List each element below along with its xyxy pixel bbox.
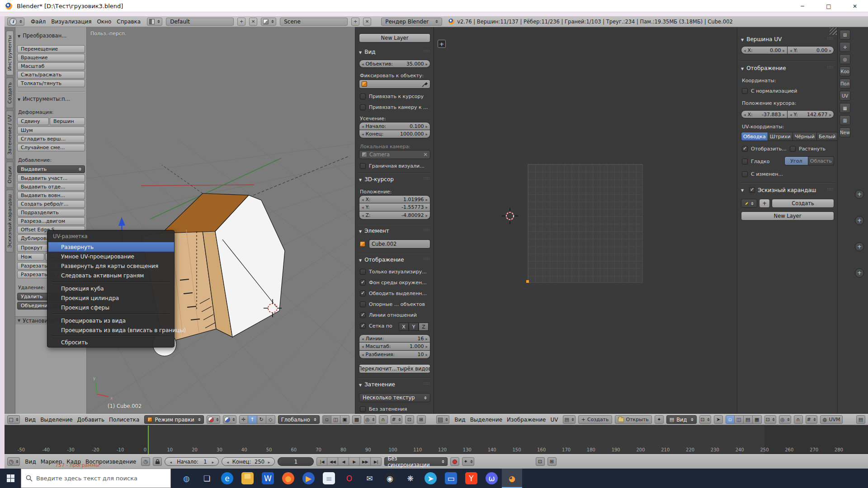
uv-mode-outline-button[interactable]: Обводка bbox=[741, 132, 768, 141]
menu-item-cylinder-projection[interactable]: Проекция цилиндра bbox=[48, 293, 174, 303]
item-name-field[interactable]: Cube.002 bbox=[369, 239, 430, 249]
slider-arrow-right-icon[interactable] bbox=[425, 61, 428, 67]
occlude-geometry-icon[interactable]: ▩ bbox=[352, 415, 361, 424]
toggle-quad-view-button[interactable]: Переключит...тырёх видов bbox=[359, 364, 430, 373]
panel-drag-dots[interactable] bbox=[828, 36, 834, 41]
scale-button[interactable]: Масштаб bbox=[17, 62, 85, 70]
tool-shelf-tab[interactable]: Эскизный карандаш bbox=[6, 190, 14, 253]
snap-magnet-icon[interactable]: ∩ bbox=[379, 415, 388, 424]
grease-pencil-checkbox[interactable] bbox=[749, 187, 755, 193]
extrude-individual-button[interactable]: Выдавить отде... bbox=[17, 183, 85, 191]
uv-cursor-x-slider[interactable]: X:-37.883 bbox=[741, 110, 788, 118]
delete-layout-button[interactable]: ✕ bbox=[249, 18, 257, 26]
add-brush-button[interactable]: + bbox=[759, 199, 770, 208]
blender-icon[interactable]: ◕ bbox=[502, 469, 522, 488]
uv-vertex-x-slider[interactable]: X:0.00 bbox=[741, 46, 788, 54]
outline-selected-checkbox[interactable] bbox=[360, 291, 366, 296]
sync-dropdown[interactable]: Без синхронизации bbox=[384, 457, 448, 466]
editor-type-dropdown[interactable]: ◷ bbox=[7, 457, 20, 466]
menu-item-project-from-view[interactable]: Проецировать из вида bbox=[48, 316, 174, 325]
face-select-icon[interactable]: ▣ bbox=[340, 415, 349, 424]
relationship-lines-checkbox[interactable] bbox=[360, 312, 366, 318]
translate-manipulator-icon[interactable]: ↑ bbox=[248, 415, 257, 424]
lock-object-field[interactable] bbox=[359, 80, 430, 89]
clip-start-slider[interactable]: Начало:0.100 bbox=[359, 122, 430, 130]
orientation-dropdown[interactable]: Глобально bbox=[278, 415, 320, 424]
panel-drag-dots[interactable] bbox=[424, 381, 430, 386]
shadeless-checkbox[interactable] bbox=[360, 406, 366, 412]
panel-header-uv-vertex[interactable]: Вершина UV bbox=[741, 36, 782, 42]
panel-header-mesh-tools[interactable]: Инструменты:п... bbox=[18, 96, 70, 102]
render-opengl-icon[interactable]: ⊡ bbox=[405, 415, 414, 424]
uv-image-editor[interactable]: + bbox=[434, 27, 737, 414]
camera-to-view-checkbox[interactable] bbox=[360, 104, 366, 110]
keying-set-dropdown[interactable]: ✦ bbox=[462, 457, 474, 466]
grid-axis-x-button[interactable]: X bbox=[399, 323, 409, 331]
translate-button[interactable]: Перемещение bbox=[17, 45, 85, 53]
loop-cut-button[interactable]: Разреза...двигом bbox=[17, 217, 85, 225]
header-menu[interactable]: UV bbox=[548, 417, 560, 423]
expand-toolshelf-button[interactable]: + bbox=[438, 40, 446, 48]
playback-button[interactable]: ▶▶ bbox=[360, 457, 371, 466]
edge-slide-button[interactable]: Сдвину bbox=[17, 117, 49, 125]
uv-mode-dash-button[interactable]: Штрихи bbox=[768, 132, 793, 141]
menu-item-sphere-projection[interactable]: Проекция сферы bbox=[48, 303, 174, 312]
header-menu[interactable]: Вид bbox=[23, 417, 38, 423]
playback-button[interactable]: |◀ bbox=[316, 457, 327, 466]
panel-header-3d-cursor[interactable]: 3D-курсор bbox=[359, 176, 394, 183]
header-menu[interactable]: Выделение bbox=[468, 417, 505, 423]
file-explorer-icon[interactable]: ▀ bbox=[237, 469, 258, 488]
clear-icon[interactable]: ✕ bbox=[423, 151, 428, 158]
tool-shelf-tab[interactable]: Инструменты bbox=[6, 31, 14, 75]
cursor-y-slider[interactable]: Y:-1.55773 bbox=[359, 203, 430, 211]
pivot-point-dropdown[interactable] bbox=[223, 415, 236, 424]
close-button[interactable]: ✕ bbox=[842, 0, 868, 12]
add-scene-button[interactable]: + bbox=[351, 18, 359, 26]
clip-end-slider[interactable]: Конец:1000.000 bbox=[359, 130, 430, 138]
normalized-checkbox[interactable] bbox=[742, 88, 748, 94]
editor-corner-icon[interactable]: ▤ bbox=[856, 415, 865, 424]
grease-create-button[interactable]: Создать bbox=[772, 199, 834, 208]
edge-icon[interactable]: e bbox=[217, 469, 237, 488]
menu-item-follow-quads[interactable]: Следовать активным граням bbox=[48, 271, 174, 280]
all-origins-checkbox[interactable] bbox=[360, 301, 366, 307]
uv-select-sync-icon[interactable]: ➤ bbox=[714, 415, 723, 424]
show-checkbox[interactable] bbox=[742, 146, 748, 152]
transform-widget-icon[interactable]: ✛ bbox=[840, 42, 850, 52]
edge-select-icon[interactable]: ◫ bbox=[331, 415, 340, 424]
timeline-ruler[interactable]: -50-40-30-20-100102030405060708090100110… bbox=[0, 425, 868, 454]
scale-manipulator-icon[interactable]: ◇ bbox=[266, 415, 275, 424]
telegram-icon[interactable]: ➤ bbox=[420, 469, 441, 488]
panel-header-grease-pencil[interactable]: Эскизный карандаш bbox=[741, 187, 816, 193]
menu-item-reset[interactable]: Сбросить bbox=[48, 338, 174, 347]
menu-item-unwrap[interactable]: Развернуть bbox=[48, 242, 174, 252]
viewport-shading-dropdown[interactable] bbox=[207, 415, 220, 424]
menu-item-cube-projection[interactable]: Проекция куба bbox=[48, 284, 174, 293]
panel-drag-dots[interactable] bbox=[828, 65, 834, 70]
grid-floor-checkbox[interactable] bbox=[360, 323, 366, 329]
tab-coordinates[interactable]: Коо bbox=[840, 66, 850, 76]
panel-drag-dots[interactable] bbox=[424, 176, 430, 181]
header-menu[interactable]: Вид bbox=[23, 459, 38, 465]
layout-icon-button[interactable] bbox=[147, 18, 162, 26]
uv-cursor-y-slider[interactable]: Y:142.677 bbox=[788, 110, 834, 118]
grid-subdiv-slider[interactable]: Разбиения:10 bbox=[359, 351, 430, 359]
editor-type-dropdown[interactable]: ▤ bbox=[436, 415, 449, 424]
settings-gear-icon[interactable]: ❋ bbox=[400, 469, 420, 488]
only-render-checkbox[interactable] bbox=[360, 269, 366, 275]
uv-snap-element-dropdown[interactable]: # bbox=[806, 415, 817, 424]
add-layout-button[interactable]: + bbox=[237, 18, 245, 26]
menubar-menu[interactable]: Файл bbox=[28, 19, 48, 25]
pivot-icon[interactable]: ◎ bbox=[840, 54, 850, 64]
grease-new-layer-button[interactable]: New Layer bbox=[741, 211, 834, 221]
corner-layout-icon[interactable]: ⊞ bbox=[840, 30, 850, 40]
cursor-z-slider[interactable]: Z:-4.80092 bbox=[359, 211, 430, 220]
header-menu[interactable]: Добавить bbox=[75, 417, 107, 423]
tab-uv[interactable]: UV bbox=[840, 91, 850, 101]
uv-vertex-select-icon[interactable]: ▫ bbox=[726, 415, 735, 424]
rotate-manipulator-icon[interactable]: ↻ bbox=[257, 415, 266, 424]
opera-icon[interactable]: O bbox=[339, 469, 359, 488]
stretch-checkbox[interactable] bbox=[790, 146, 796, 152]
shrink-fatten-button[interactable]: Сжать/расжать bbox=[17, 71, 85, 79]
layers-icon[interactable]: ▥ bbox=[840, 115, 850, 125]
